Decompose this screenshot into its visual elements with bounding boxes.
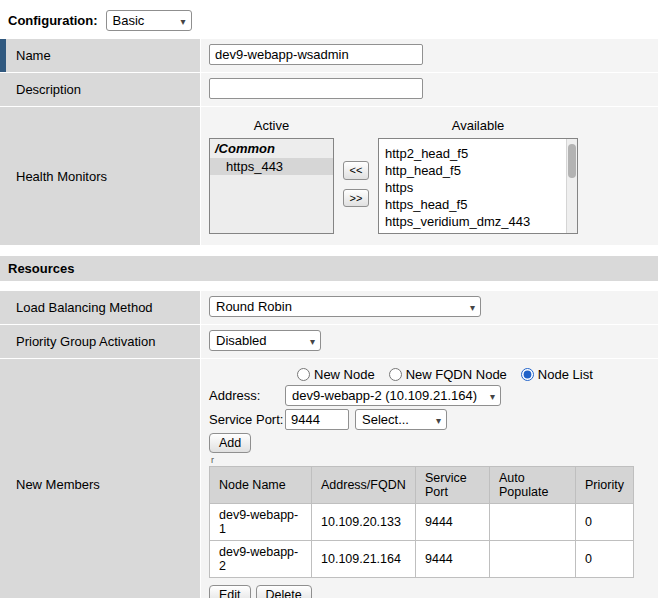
delete-button[interactable]: Delete xyxy=(256,585,312,598)
available-monitors-listbox[interactable]: http2_head_f5 http_head_f5 https https_h… xyxy=(378,138,578,234)
port-select-wrap: Select... xyxy=(355,409,447,430)
available-monitor-item[interactable]: https xyxy=(379,179,565,196)
name-row: Name xyxy=(0,39,658,73)
priority-group-select[interactable]: Disabled xyxy=(209,330,321,351)
load-balancing-content-cell: Round Robin xyxy=(200,291,658,325)
load-balancing-select[interactable]: Round Robin xyxy=(209,296,481,317)
priority-group-label-cell: Priority Group Activation xyxy=(0,325,200,359)
new-members-content-cell: New Node New FQDN Node Node List Address… xyxy=(200,359,658,598)
available-monitor-item[interactable]: https_head_f5 xyxy=(379,196,565,213)
service-port-input[interactable] xyxy=(285,409,349,430)
node-list-radio-label: Node List xyxy=(538,367,593,382)
radio-new-fqdn-node[interactable]: New FQDN Node xyxy=(389,367,507,382)
active-column: Active /Common https_443 xyxy=(209,114,334,234)
table-row[interactable]: dev9-webapp-1 10.109.20.133 9444 0 xyxy=(210,504,634,541)
node-list-radio[interactable] xyxy=(521,368,534,381)
move-to-active-button[interactable]: << xyxy=(343,161,369,179)
add-button-line: Add xyxy=(209,433,650,453)
move-to-available-button[interactable]: >> xyxy=(343,189,369,207)
radio-node-list[interactable]: Node List xyxy=(521,367,593,382)
available-monitor-item[interactable]: https_veridium_dmz_443 xyxy=(379,213,565,230)
load-balancing-row: Load Balancing Method Round Robin xyxy=(0,291,658,325)
cell-service-port: 9444 xyxy=(416,541,490,578)
active-monitors-listbox[interactable]: /Common https_443 xyxy=(209,138,334,234)
col-header-priority: Priority xyxy=(576,467,634,504)
address-label: Address: xyxy=(209,388,285,403)
active-monitor-item[interactable]: https_443 xyxy=(210,158,333,175)
name-content-cell xyxy=(200,39,658,73)
load-balancing-label: Load Balancing Method xyxy=(16,300,153,315)
address-select[interactable]: dev9-webapp-2 (10.109.21.164) xyxy=(285,385,501,406)
active-partition-label: /Common xyxy=(210,139,333,158)
new-fqdn-node-radio[interactable] xyxy=(389,368,402,381)
health-monitors-dual-list: Active /Common https_443 << >> Available… xyxy=(209,112,650,240)
priority-group-content-cell: Disabled xyxy=(200,325,658,359)
description-label-cell: Description xyxy=(0,73,200,107)
available-monitor-item[interactable]: http_head_f5 xyxy=(379,162,565,179)
new-members-row: New Members New Node New FQDN Node Node … xyxy=(0,359,658,598)
cell-address: 10.109.20.133 xyxy=(312,504,416,541)
resources-section-header: Resources xyxy=(0,256,658,281)
configuration-label: Configuration: xyxy=(8,13,98,28)
cell-service-port: 9444 xyxy=(416,504,490,541)
stray-text: r xyxy=(211,456,650,464)
service-port-line: Service Port: Select... xyxy=(209,409,650,430)
priority-group-label: Priority Group Activation xyxy=(16,334,155,349)
configuration-select[interactable]: Basic xyxy=(106,10,192,31)
node-type-radios: New Node New FQDN Node Node List xyxy=(297,367,593,382)
add-button[interactable]: Add xyxy=(209,433,251,453)
service-port-label: Service Port: xyxy=(209,412,285,427)
col-header-address: Address/FQDN xyxy=(312,467,416,504)
col-header-service-port: Service Port xyxy=(416,467,490,504)
table-row[interactable]: dev9-webapp-2 10.109.21.164 9444 0 xyxy=(210,541,634,578)
available-column: Available http2_head_f5 http_head_f5 htt… xyxy=(378,114,578,234)
cell-node-name: dev9-webapp-2 xyxy=(210,541,312,578)
health-monitors-label: Health Monitors xyxy=(16,169,107,184)
health-monitors-row: Health Monitors Active /Common https_443… xyxy=(0,107,658,246)
col-header-node-name: Node Name xyxy=(210,467,312,504)
health-monitors-content-cell: Active /Common https_443 << >> Available… xyxy=(200,107,658,246)
new-node-radio-label: New Node xyxy=(314,367,375,382)
name-input[interactable] xyxy=(209,44,423,65)
members-header-row: Node Name Address/FQDN Service Port Auto… xyxy=(210,467,634,504)
configuration-select-wrap: Basic xyxy=(106,10,192,31)
new-members-label: New Members xyxy=(16,477,100,492)
address-line: Address: dev9-webapp-2 (10.109.21.164) xyxy=(209,385,650,406)
resources-table: Load Balancing Method Round Robin Priori… xyxy=(0,291,658,598)
load-balancing-select-wrap: Round Robin xyxy=(209,296,481,317)
radio-new-node[interactable]: New Node xyxy=(297,367,375,382)
node-type-radio-row: New Node New FQDN Node Node List xyxy=(209,367,650,382)
general-properties-table: Name Description Health Monitors Active … xyxy=(0,39,658,246)
members-actions: Edit Delete xyxy=(209,585,650,598)
available-monitor-item[interactable]: http2_head_f5 xyxy=(379,145,565,162)
col-header-auto-populate: Auto Populate xyxy=(490,467,576,504)
required-indicator xyxy=(0,39,6,72)
name-label: Name xyxy=(16,48,51,63)
name-label-cell: Name xyxy=(0,39,200,73)
cell-address: 10.109.21.164 xyxy=(312,541,416,578)
edit-button[interactable]: Edit xyxy=(209,585,251,598)
health-monitors-label-cell: Health Monitors xyxy=(0,107,200,246)
description-label: Description xyxy=(16,82,81,97)
cell-priority: 0 xyxy=(576,504,634,541)
new-node-radio[interactable] xyxy=(297,368,310,381)
description-content-cell xyxy=(200,73,658,107)
load-balancing-label-cell: Load Balancing Method xyxy=(0,291,200,325)
members-table: Node Name Address/FQDN Service Port Auto… xyxy=(209,466,634,578)
description-input[interactable] xyxy=(209,78,423,99)
new-members-label-cell: New Members xyxy=(0,359,200,598)
active-title: Active xyxy=(209,114,334,138)
cell-node-name: dev9-webapp-1 xyxy=(210,504,312,541)
configuration-bar: Configuration: Basic xyxy=(0,0,658,39)
port-select[interactable]: Select... xyxy=(355,409,447,430)
cell-auto-populate xyxy=(490,504,576,541)
cell-auto-populate xyxy=(490,541,576,578)
description-row: Description xyxy=(0,73,658,107)
cell-priority: 0 xyxy=(576,541,634,578)
available-title: Available xyxy=(378,114,578,138)
priority-group-select-wrap: Disabled xyxy=(209,330,321,351)
address-select-wrap: dev9-webapp-2 (10.109.21.164) xyxy=(285,385,501,406)
scrollbar-thumb[interactable] xyxy=(568,144,576,178)
available-list-scrollbar[interactable] xyxy=(566,139,577,233)
priority-group-row: Priority Group Activation Disabled xyxy=(0,325,658,359)
